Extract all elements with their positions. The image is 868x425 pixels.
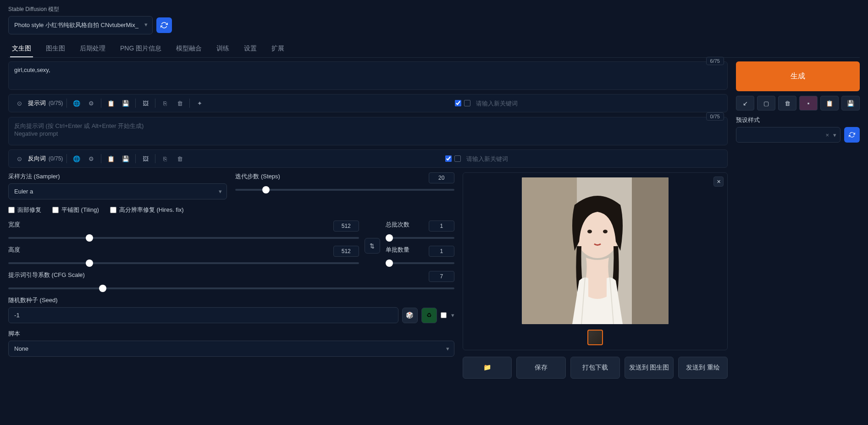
prompt-input[interactable]: girl,cute,sexy, (8, 61, 728, 90)
width-slider[interactable] (8, 237, 359, 239)
seed-caret-icon[interactable]: ▾ (451, 312, 454, 319)
neg-keyword-checkbox[interactable] (445, 155, 452, 162)
output-image[interactable] (522, 177, 669, 324)
steps-slider[interactable] (235, 189, 454, 191)
seed-input[interactable] (8, 307, 398, 323)
seed-extra-checkbox[interactable] (441, 312, 447, 318)
height-slider[interactable] (8, 262, 359, 264)
cfg-slider[interactable] (8, 287, 454, 289)
globe-icon[interactable]: 🌐 (71, 97, 83, 109)
tab-settings[interactable]: 设置 (242, 41, 259, 57)
preview-close-button[interactable]: ✕ (713, 177, 724, 187)
style-tool-button[interactable]: ▪ (799, 96, 818, 110)
script-label: 脚本 (8, 330, 454, 338)
neg-keyword-input[interactable] (464, 154, 723, 164)
prompt-toolbar: ⊙ 提示词 (0/75) 🌐 ⚙ 📋 💾 🖼 ⎘ 🗑 ✦ (8, 94, 728, 112)
batch-count-slider[interactable] (386, 237, 454, 239)
save-neg-icon[interactable]: 💾 (120, 153, 132, 165)
cfg-value[interactable]: 7 (429, 271, 454, 282)
width-label: 宽度 (8, 221, 20, 229)
copy-neg-icon[interactable]: 📋 (105, 153, 117, 165)
trash-tool-button[interactable]: 🗑 (778, 96, 796, 110)
sampler-label: 采样方法 (Sampler) (8, 172, 227, 181)
neg-label: 反向词 (28, 155, 46, 163)
model-header-label: Stable Diffusion 模型 (8, 6, 860, 13)
copy2-neg-icon[interactable]: ⎘ (159, 153, 171, 165)
send-img2img-button[interactable]: 发送到 图生图 (625, 357, 674, 379)
batch-size-slider[interactable] (386, 262, 454, 264)
tab-merge[interactable]: 模型融合 (174, 41, 204, 57)
tab-pnginfo[interactable]: PNG 图片信息 (118, 41, 163, 57)
neg-token-count: 0/75 (706, 112, 724, 121)
image-icon[interactable]: 🖼 (139, 97, 151, 109)
svg-point-5 (603, 230, 608, 233)
sampler-select[interactable]: Euler a (8, 183, 227, 199)
prompt-label: 提示词 (28, 99, 46, 107)
trash-icon[interactable]: 🗑 (174, 97, 186, 109)
save-icon[interactable]: 💾 (120, 97, 132, 109)
keyword-input[interactable] (473, 98, 723, 109)
svg-point-4 (587, 230, 592, 233)
neg-keyword-toggle[interactable] (454, 155, 461, 162)
generate-button[interactable]: 生成 (736, 61, 860, 91)
script-select[interactable]: None (8, 341, 454, 357)
batch-count-value[interactable]: 1 (429, 221, 454, 232)
globe-neg-icon[interactable]: 🌐 (71, 153, 83, 165)
cfg-label: 提示词引导系数 (CFG Scale) (8, 271, 85, 279)
tab-img2img[interactable]: 图生图 (44, 41, 67, 57)
keyword-checkbox[interactable] (455, 100, 461, 106)
width-value[interactable]: 512 (333, 221, 359, 232)
preset-clear-icon[interactable]: × (825, 132, 829, 138)
image-neg-icon[interactable]: 🖼 (139, 153, 151, 165)
refresh-model-button[interactable] (156, 17, 172, 33)
tab-train[interactable]: 训练 (215, 41, 231, 57)
collapse-neg-icon[interactable]: ⊙ (13, 153, 25, 165)
keyword-toggle[interactable] (464, 100, 470, 106)
collapse-icon[interactable]: ⊙ (13, 97, 25, 109)
preset-select[interactable]: × ▾ (736, 127, 840, 143)
send-inpaint-button[interactable]: 发送到 重绘 (678, 357, 728, 379)
save-button[interactable]: 保存 (516, 357, 566, 379)
prompt-token-count: 6/75 (706, 57, 724, 65)
copy2-icon[interactable]: ⎘ (159, 97, 171, 109)
face-restore-checkbox[interactable]: 面部修复 (8, 206, 41, 214)
batch-size-value[interactable]: 1 (429, 246, 454, 257)
output-thumbnail[interactable] (587, 330, 603, 345)
tiling-checkbox[interactable]: 平铺图 (Tiling) (52, 206, 99, 214)
tab-txt2img[interactable]: 文生图 (10, 41, 33, 57)
hires-checkbox[interactable]: 高分辨率修复 (Hires. fix) (110, 206, 184, 214)
main-tabs: 文生图 图生图 后期处理 PNG 图片信息 模型融合 训练 设置 扩展 (8, 41, 860, 58)
height-label: 高度 (8, 246, 20, 254)
copy-icon[interactable]: 📋 (105, 97, 117, 109)
seed-reuse-button[interactable]: ♻ (421, 308, 437, 323)
preset-refresh-button[interactable] (844, 127, 860, 143)
clear-tool-button[interactable]: ▢ (757, 96, 775, 110)
preset-label: 预设样式 (736, 116, 860, 124)
height-value[interactable]: 512 (333, 246, 359, 257)
seed-random-button[interactable]: 🎲 (402, 308, 418, 323)
arrow-tool-button[interactable]: ↙ (736, 96, 754, 110)
batch-size-label: 单批数量 (386, 246, 409, 254)
ai-icon[interactable]: ✦ (194, 97, 205, 109)
batch-count-label: 总批次数 (386, 221, 409, 229)
output-preview: ✕ (463, 172, 728, 350)
save-tool-button[interactable]: 💾 (841, 96, 860, 110)
swap-dims-button[interactable]: ⇅ (365, 238, 380, 254)
neg-count: (0/75) (49, 155, 63, 162)
tab-extensions[interactable]: 扩展 (270, 41, 286, 57)
model-select[interactable]: Photo style 小红书纯欲风格自拍 CNvtuberMix_ (8, 16, 153, 34)
trash-neg-icon[interactable]: 🗑 (174, 153, 186, 165)
preset-dropdown-icon: ▾ (833, 132, 836, 138)
gear-icon[interactable]: ⚙ (85, 97, 97, 109)
clipboard-tool-button[interactable]: 📋 (820, 96, 839, 110)
neg-toolbar: ⊙ 反向词 (0/75) 🌐 ⚙ 📋 💾 🖼 ⎘ 🗑 (8, 149, 728, 168)
steps-value[interactable]: 20 (429, 172, 454, 183)
negative-prompt-input[interactable] (8, 117, 728, 145)
svg-rect-2 (632, 177, 669, 324)
seed-label: 随机数种子 (Seed) (8, 296, 454, 304)
tab-extras[interactable]: 后期处理 (78, 41, 107, 57)
svg-rect-1 (522, 177, 577, 324)
zip-button[interactable]: 打包下载 (570, 357, 620, 379)
folder-button[interactable]: 📁 (463, 357, 512, 379)
gear-neg-icon[interactable]: ⚙ (85, 153, 97, 165)
